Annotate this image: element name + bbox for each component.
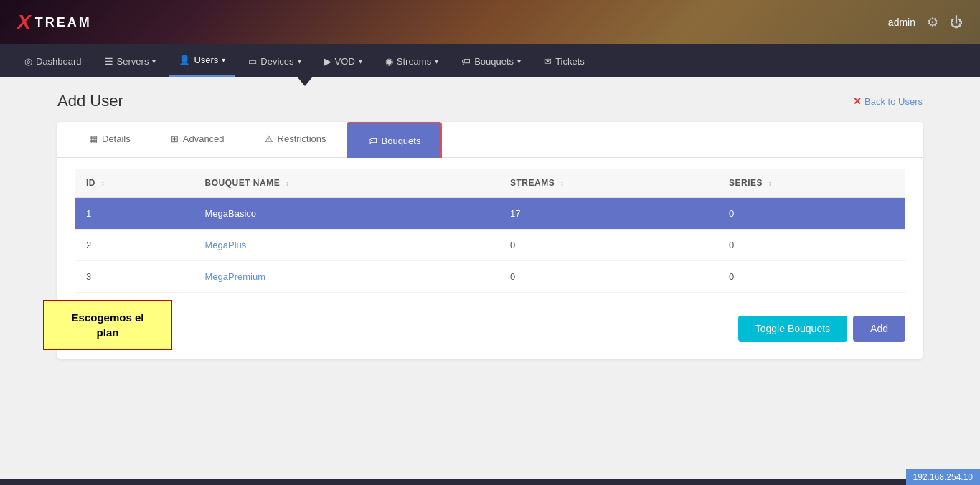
nav-bar: ◎ Dashboard ☰ Servers ▾ 👤 Users ▾ ▭ Devi… xyxy=(0,44,980,77)
cell-bouquet-name: MegaBasico xyxy=(193,197,499,230)
col-series[interactable]: SERIES ↕ xyxy=(717,169,905,197)
nav-tickets[interactable]: ✉ Tickets xyxy=(534,44,595,77)
servers-icon: ☰ xyxy=(105,56,113,67)
nav-streams[interactable]: ◉ Streams ▾ xyxy=(375,44,448,77)
col-streams[interactable]: STREAMS ↕ xyxy=(499,169,717,197)
nav-vod[interactable]: ▶ VOD ▾ xyxy=(314,44,372,77)
header-right: admin ⚙ ⏻ xyxy=(888,14,963,30)
card-footer: Previous Toggle Bouquets Add xyxy=(57,304,923,342)
tickets-icon: ✉ xyxy=(544,56,552,67)
logo-x-letter: X xyxy=(17,12,31,32)
bouquets-chevron-icon: ▾ xyxy=(517,57,521,65)
main-content: Add User ✕ Back to Users ▦ Details ⊞ Adv… xyxy=(0,77,980,479)
col-id[interactable]: ID ↕ xyxy=(75,169,193,197)
cell-series: 0 xyxy=(717,261,905,293)
bouquets-tab-label: Bouquets xyxy=(382,136,421,146)
col-id-label: ID xyxy=(86,178,95,188)
users-icon: 👤 xyxy=(179,55,190,65)
servers-chevron-icon: ▾ xyxy=(152,57,156,65)
col-series-label: SERIES xyxy=(729,178,763,188)
add-button[interactable]: Add xyxy=(853,316,905,342)
nav-dashboard[interactable]: ◎ Dashboard xyxy=(14,44,92,77)
devices-icon: ▭ xyxy=(248,56,257,67)
id-sort-icon: ↕ xyxy=(101,179,105,187)
cell-series: 0 xyxy=(717,230,905,261)
footer-right-buttons: Toggle Bouquets Add xyxy=(738,316,905,342)
table-row[interactable]: 3 MegaPremium 0 0 xyxy=(75,261,905,293)
table-body: 1 MegaBasico 17 0 2 MegaPlus 0 0 3 xyxy=(75,197,905,293)
col-streams-label: STREAMS xyxy=(510,178,555,188)
col-bouquet-name[interactable]: BOUQUET NAME ↕ xyxy=(193,169,499,197)
page-title: Add User xyxy=(57,92,123,110)
back-x-icon: ✕ xyxy=(853,95,862,107)
advanced-tab-icon: ⊞ xyxy=(171,133,179,144)
streams-icon: ◉ xyxy=(385,56,393,67)
bouquets-icon: 🏷 xyxy=(461,56,471,67)
series-sort-icon: ↕ xyxy=(768,179,773,187)
annotation-line1: Escogemos el xyxy=(72,311,144,324)
streams-sort-icon: ↕ xyxy=(560,179,565,187)
cell-bouquet-name: MegaPlus xyxy=(193,230,499,261)
restrictions-tab-label: Restrictions xyxy=(278,133,326,144)
users-chevron-icon: ▾ xyxy=(222,56,225,64)
cell-streams: 17 xyxy=(499,197,717,230)
logo: X TREAM xyxy=(17,12,92,32)
main-wrapper: Escogemos el plan Add User ✕ Back to Use… xyxy=(0,77,980,479)
logo-text: TREAM xyxy=(35,15,92,30)
nav-servers[interactable]: ☰ Servers ▾ xyxy=(95,44,166,77)
annotation-line2: plan xyxy=(97,326,119,339)
details-tab-label: Details xyxy=(102,133,131,144)
vod-icon: ▶ xyxy=(324,56,331,67)
cell-id: 1 xyxy=(75,197,193,230)
nav-bouquets[interactable]: 🏷 Bouquets ▾ xyxy=(451,44,531,77)
bouquets-tab-icon: 🏷 xyxy=(368,136,377,146)
cell-streams: 0 xyxy=(499,261,717,293)
toggle-bouquets-button[interactable]: Toggle Bouquets xyxy=(738,316,847,342)
col-bouquet-name-label: BOUQUET NAME xyxy=(204,178,280,188)
nav-devices[interactable]: ▭ Devices ▾ xyxy=(238,44,311,77)
nav-servers-label: Servers xyxy=(117,56,149,67)
nav-dropdown-arrow xyxy=(298,77,312,86)
header-username: admin xyxy=(888,17,915,28)
nav-users-label: Users xyxy=(194,55,218,65)
vod-chevron-icon: ▾ xyxy=(359,57,362,65)
cell-streams: 0 xyxy=(499,230,717,261)
dashboard-icon: ◎ xyxy=(24,56,32,67)
advanced-tab-label: Advanced xyxy=(183,133,225,144)
restrictions-tab-icon: ⚠ xyxy=(265,133,273,144)
bouquet-name-sort-icon: ↕ xyxy=(286,179,290,187)
top-header: X TREAM admin ⚙ ⏻ xyxy=(0,0,980,44)
nav-tickets-label: Tickets xyxy=(555,56,585,67)
power-icon[interactable]: ⏻ xyxy=(950,15,963,30)
nav-devices-label: Devices xyxy=(260,56,293,67)
tabs: ▦ Details ⊞ Advanced ⚠ Restrictions 🏷 Bo… xyxy=(57,122,923,158)
tab-restrictions[interactable]: ⚠ Restrictions xyxy=(245,122,347,158)
table-row[interactable]: 1 MegaBasico 17 0 xyxy=(75,197,905,230)
tab-bouquets[interactable]: 🏷 Bouquets xyxy=(347,122,443,158)
details-tab-icon: ▦ xyxy=(89,133,98,144)
nav-bouquets-label: Bouquets xyxy=(474,56,514,67)
content-card: ▦ Details ⊞ Advanced ⚠ Restrictions 🏷 Bo… xyxy=(57,122,923,359)
back-link-label: Back to Users xyxy=(864,96,923,107)
tab-advanced[interactable]: ⊞ Advanced xyxy=(151,122,245,158)
annotation-box: Escogemos el plan xyxy=(43,300,172,350)
bouquet-name-link[interactable]: MegaPremium xyxy=(204,271,265,282)
table-row[interactable]: 2 MegaPlus 0 0 xyxy=(75,230,905,261)
nav-users[interactable]: 👤 Users ▾ xyxy=(169,44,235,77)
bouquet-name-link[interactable]: MegaPlus xyxy=(204,240,246,250)
ip-badge: 192.168.254.10 xyxy=(906,469,980,485)
back-to-users-link[interactable]: ✕ Back to Users xyxy=(853,95,923,107)
devices-chevron-icon: ▾ xyxy=(298,57,301,65)
gear-icon[interactable]: ⚙ xyxy=(927,14,938,30)
page-footer: Copyright © 2021 – Xtream UI R22F – Earl… xyxy=(0,479,980,485)
cell-id: 2 xyxy=(75,230,193,261)
tab-details[interactable]: ▦ Details xyxy=(69,122,151,158)
table-area: ID ↕ BOUQUET NAME ↕ STREAMS ↕ xyxy=(57,158,923,304)
cell-bouquet-name: MegaPremium xyxy=(193,261,499,293)
nav-streams-label: Streams xyxy=(397,56,431,67)
cell-id: 3 xyxy=(75,261,193,293)
page-header: Add User ✕ Back to Users xyxy=(57,92,923,110)
streams-chevron-icon: ▾ xyxy=(435,57,438,65)
table-header-row: ID ↕ BOUQUET NAME ↕ STREAMS ↕ xyxy=(75,169,905,197)
nav-dashboard-label: Dashboard xyxy=(36,56,82,67)
